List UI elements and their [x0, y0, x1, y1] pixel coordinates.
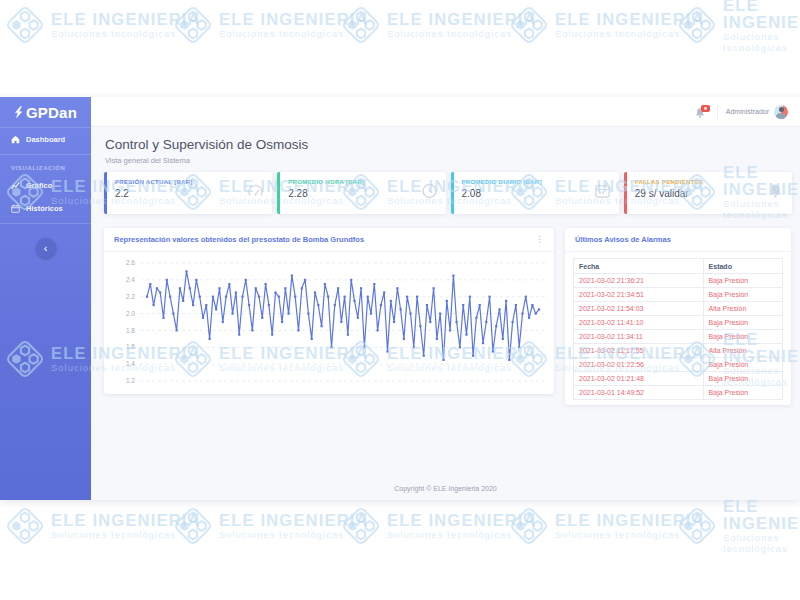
stat-cards-row: PRESIÓN ACTUAL [BAR] 2.2 PROMEDIO HORA [… — [104, 172, 792, 214]
alarm-estado: Baja Presión — [703, 358, 782, 372]
page-title: Control y Supervisión de Osmosis — [105, 137, 786, 152]
stat-card-label: PRESIÓN ACTUAL [BAR] — [115, 179, 264, 185]
alarm-estado: Baja Presión — [703, 274, 782, 288]
alarm-estado: Baja Presión — [703, 330, 782, 344]
watermark-tile: ELE INGENIERIASoluciones tecnológicas — [508, 4, 705, 46]
user-menu[interactable]: Administrador — [726, 105, 788, 119]
alarm-estado: Baja Presión — [703, 288, 782, 302]
stat-card-label: PROMEDIO DIARIO [BAR] — [462, 179, 611, 185]
alarm-estado: Baja Presión — [703, 316, 782, 330]
stat-card-label: FALLAS PENDIENTES — [635, 179, 784, 185]
watermark-tile: ELE INGENIERIASoluciones tecnológicas — [4, 4, 201, 46]
gauge-icon — [247, 183, 264, 204]
sidebar-item-label: Gráfico — [26, 181, 52, 190]
svg-text:1.2: 1.2 — [126, 377, 135, 384]
watermark-logo-icon — [340, 4, 382, 46]
watermark-logo-icon — [676, 505, 718, 547]
svg-text:2.6: 2.6 — [126, 259, 135, 266]
brand-name: GPDan — [26, 104, 77, 121]
watermark-text: ELE INGENIERIASoluciones tecnológicas — [723, 498, 800, 555]
svg-text:2.0: 2.0 — [126, 310, 135, 317]
alarm-row: 2021-03-02 21:34:51Baja Presión — [574, 288, 783, 302]
sidebar-section-label: VISUALIZACIÓN — [0, 158, 91, 174]
watermark-text: ELE INGENIERIASoluciones tecnológicas — [51, 11, 201, 39]
sidebar-divider — [0, 154, 91, 155]
watermark-logo-icon — [508, 505, 550, 547]
chart-body: 2.62.42.22.01.81.61.41.2 — [104, 252, 554, 391]
svg-text:1.4: 1.4 — [126, 360, 135, 367]
sidebar-divider — [0, 223, 91, 224]
watermark-logo-icon — [508, 4, 550, 46]
alarm-row: 2021-03-02 11:54:03Alta Presión — [574, 302, 783, 316]
watermark-text: ELE INGENIERIASoluciones tecnológicas — [555, 11, 705, 39]
watermark-text: ELE INGENIERIASoluciones tecnológicas — [723, 0, 800, 53]
chevron-left-icon: ‹ — [44, 242, 48, 254]
line-chart-icon — [11, 181, 20, 190]
chart-panel-title: Representación valores obtenidos del pre… — [114, 235, 364, 244]
alarms-body: FechaEstado2021-03-02 21:36:21Baja Presi… — [565, 252, 791, 406]
notifications-button[interactable] — [694, 105, 709, 119]
stat-card: PRESIÓN ACTUAL [BAR] 2.2 — [104, 172, 272, 214]
chart-panel: Representación valores obtenidos del pre… — [104, 228, 554, 394]
alarms-panel-header: Últimos Avisos de Alarmas — [565, 228, 791, 252]
watermark-logo-icon — [172, 505, 214, 547]
watermark-text: ELE INGENIERIASoluciones tecnológicas — [219, 512, 369, 540]
page-head: Control y Supervisión de Osmosis Vista g… — [91, 127, 800, 165]
page-subtitle: Vista general del Sistema — [105, 156, 786, 165]
svg-text:1.8: 1.8 — [126, 327, 135, 334]
alarm-estado: Baja Presión — [703, 372, 782, 386]
sidebar-item-label: Dashboard — [26, 135, 65, 144]
brand[interactable]: GPDan — [0, 97, 91, 128]
watermark-logo-icon — [4, 505, 46, 547]
watermark-tile: ELE INGENIERIASoluciones tecnológicas — [340, 505, 537, 547]
watermark-tile: ELE INGENIERIASoluciones tecnológicas — [676, 505, 800, 547]
stat-card: PROMEDIO DIARIO [BAR] 2.08 — [451, 172, 619, 214]
kebab-menu-icon[interactable]: ⋮ — [535, 235, 544, 244]
watermark-logo-icon — [340, 505, 382, 547]
alarm-fecha: 2021-03-02 11:41:10 — [574, 316, 704, 330]
watermark-logo-icon — [676, 4, 718, 46]
content: Control y Supervisión de Osmosis Vista g… — [91, 127, 800, 500]
bell-icon — [767, 183, 784, 204]
calendar-icon — [11, 204, 20, 213]
alarm-fecha: 2021-03-02 01:22:56 — [574, 358, 704, 372]
alarms-column-header: Estado — [703, 259, 782, 274]
sidebar: GPDan Dashboard VISUALIZACIÓN Gráfico — [0, 97, 91, 500]
watermark-text: ELE INGENIERIASoluciones tecnológicas — [555, 512, 705, 540]
watermark-tile: ELE INGENIERIASoluciones tecnológicas — [172, 505, 369, 547]
watermark-tile: ELE INGENIERIASoluciones tecnológicas — [508, 505, 705, 547]
alarm-estado: Alta Presión — [703, 344, 782, 358]
watermark-text: ELE INGENIERIASoluciones tecnológicas — [219, 11, 369, 39]
svg-text:2.2: 2.2 — [126, 293, 135, 300]
svg-text:2.4: 2.4 — [126, 276, 135, 283]
clock-icon — [421, 183, 438, 204]
alarms-panel-title: Últimos Avisos de Alarmas — [575, 235, 671, 244]
alarm-row: 2021-03-02 11:17:55Alta Presión — [574, 344, 783, 358]
alarm-fecha: 2021-03-02 21:34:51 — [574, 288, 704, 302]
watermark-logo-icon — [172, 4, 214, 46]
alarm-row: 2021-03-01 14:49:52Baja Presión — [574, 386, 783, 400]
topbar: Administrador — [91, 97, 800, 127]
dashboard-screenshot: GPDan Dashboard VISUALIZACIÓN Gráfico — [0, 0, 800, 600]
svg-text:1.6: 1.6 — [126, 343, 135, 350]
brand-bolt-icon — [14, 106, 23, 119]
alarms-panel: Últimos Avisos de Alarmas FechaEstado202… — [565, 228, 791, 405]
footer-copyright: Copyright © ELE Ingenieria 2020 — [91, 485, 800, 492]
pressure-chart-svg: 2.62.42.22.01.81.61.41.2 — [106, 255, 552, 391]
watermark-tile: ELE INGENIERIASoluciones tecnológicas — [676, 4, 800, 46]
alarms-table: FechaEstado2021-03-02 21:36:21Baja Presi… — [573, 258, 783, 400]
sidebar-item-dashboard[interactable]: Dashboard — [0, 128, 91, 151]
sidebar-item-grafico[interactable]: Gráfico — [0, 174, 91, 197]
alarm-row: 2021-03-02 01:21:48Baja Presión — [574, 372, 783, 386]
alarm-row: 2021-03-02 21:36:21Baja Presión — [574, 274, 783, 288]
sidebar-item-historicos[interactable]: Históricos — [0, 197, 91, 220]
sidebar-collapse-button[interactable]: ‹ — [36, 238, 56, 258]
avatar — [774, 105, 788, 119]
alarms-column-header: Fecha — [574, 259, 704, 274]
chart-panel-header: Representación valores obtenidos del pre… — [104, 228, 554, 252]
stat-card: FALLAS PENDIENTES 29 s/ validar — [624, 172, 792, 214]
alarm-fecha: 2021-03-02 11:54:03 — [574, 302, 704, 316]
alarm-row: 2021-03-02 11:34:11Baja Presión — [574, 330, 783, 344]
stat-card-value: 2.2 — [115, 188, 264, 199]
sidebar-item-label: Históricos — [26, 204, 63, 213]
